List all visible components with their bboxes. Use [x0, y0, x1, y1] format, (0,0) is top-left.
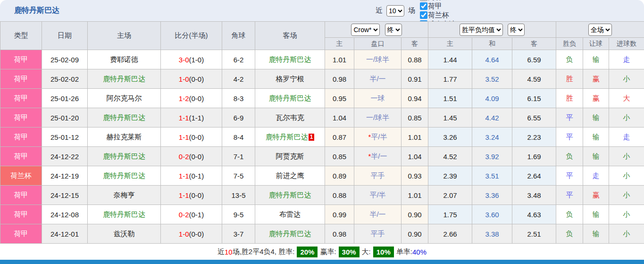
euro-odds-type-select[interactable]: 胜平负均值 — [460, 24, 503, 36]
date-cell: 25-01-26 — [42, 89, 88, 108]
away-team-name: 布雷达 — [279, 210, 301, 218]
league-filter-checkbox-2[interactable] — [420, 11, 427, 19]
recent-count-select[interactable]: 10 — [386, 5, 404, 17]
home-team-name: 费耶诺德 — [110, 55, 138, 63]
date-cell: 24-12-19 — [42, 166, 88, 186]
euro-draw-odds-cell: 3.38 — [472, 224, 512, 244]
subcol-asian-away: 客 — [401, 38, 428, 50]
handicap-result-text: 赢 — [593, 191, 600, 199]
handicap-result-text: 走 — [593, 171, 600, 179]
scope-select[interactable]: 全场 — [588, 24, 612, 36]
match-table: 类型 日期 主场 比分(半场) 角球 客场 Crow* 终 胜平负均值 — [0, 21, 644, 244]
asian-away-odds-cell: 0.85 — [401, 108, 428, 128]
goals-result-cell: 小 — [609, 147, 644, 166]
euro-home-odds-cell: 2.66 — [428, 224, 472, 244]
goals-result-cell: 小 — [609, 224, 644, 244]
odds-company-select[interactable]: Crow* — [351, 24, 380, 36]
euro-draw-odds-cell: 3.36 — [472, 186, 512, 205]
col-header-type: 类型 — [0, 22, 42, 50]
asian-home-odds-cell: 0.98 — [325, 69, 354, 89]
handicap-result-cell: 输 — [583, 147, 609, 166]
goals-result-text: 小 — [623, 113, 630, 121]
halftime-score: (0-0) — [189, 191, 204, 199]
league-cell: 荷甲 — [0, 147, 42, 166]
away-team-cell: 鹿特丹斯巴达 — [255, 186, 325, 205]
handicap-rate-label: 赢率: — [320, 247, 336, 256]
euro-home-odds-cell: 2.39 — [428, 166, 472, 186]
euro-home-odds-cell: 3.26 — [428, 128, 472, 147]
asian-away-odds-cell: 1.04 — [401, 147, 428, 166]
goals-result-cell: 小 — [609, 205, 644, 224]
euro-away-odds-cell: 6.59 — [512, 50, 556, 69]
corners-cell: 6-2 — [222, 50, 255, 69]
handicap-cell: 半/一 — [354, 69, 401, 89]
euro-draw-odds: 3.36 — [485, 191, 499, 199]
summary-bar: 近10场,胜2平4负4, 胜率: 20% 赢率: 30% 大: 10% 单率:4… — [0, 244, 644, 260]
asian-away-odds-cell: 0.94 — [401, 89, 428, 108]
asian-home-odds-cell: 0.85 — [325, 147, 354, 166]
subcol-outcome: 胜负 — [556, 38, 583, 50]
league-cell: 荷兰杯 — [0, 166, 42, 186]
away-team-cell: 布雷达 — [255, 205, 325, 224]
goals-result-text: 小 — [623, 171, 630, 179]
handicap-cell: 半/一 — [354, 205, 401, 224]
match-row: 荷兰杯24-12-19鹿特丹斯巴达1-1(0-1)7-5前进之鹰0.89平手0.… — [0, 166, 644, 186]
asian-away-odds-cell: 0.90 — [401, 224, 428, 244]
euro-draw-odds: 3.38 — [485, 230, 499, 238]
league-filter-checkbox-0[interactable] — [420, 0, 427, 1]
euro-away-odds-cell: 2.64 — [512, 166, 556, 186]
corners-cell: 4-2 — [222, 69, 255, 89]
euro-away-odds-cell: 6.15 — [512, 89, 556, 108]
euro-odds-time-select[interactable]: 终 — [508, 24, 525, 36]
away-team-cell: 阿贾克斯 — [255, 147, 325, 166]
handicap-text: 一/球半 — [366, 113, 389, 121]
handicap-text: 半/一 — [369, 210, 385, 218]
corners-cell: 7-1 — [222, 147, 255, 166]
big-rate-badge: 10% — [373, 247, 394, 257]
euro-draw-odds-cell: 3.52 — [472, 69, 512, 89]
date-cell: 25-02-09 — [42, 50, 88, 69]
date-cell: 24-12-22 — [42, 147, 88, 166]
euro-draw-odds-cell: 3.51 — [472, 166, 512, 186]
league-cell: 荷甲 — [0, 108, 42, 128]
handicap-cell: *平/半 — [354, 128, 401, 147]
corners-cell: 9-5 — [222, 205, 255, 224]
goals-result-text: 小 — [623, 210, 630, 218]
corners-cell: 7-5 — [222, 166, 255, 186]
halftime-score: (0-0) — [189, 75, 204, 83]
bottom-accent-bar — [0, 260, 644, 264]
handicap-cell: 一/球半 — [354, 108, 401, 128]
euro-draw-odds-cell: 4.09 — [472, 89, 512, 108]
euro-home-odds-cell: 2.07 — [428, 186, 472, 205]
home-team-cell: 鹿特丹斯巴达 — [88, 69, 161, 89]
goals-result-text: 大 — [623, 94, 630, 102]
fulltime-score: 1-1 — [179, 191, 189, 199]
league-filter-checkbox-1[interactable] — [420, 2, 427, 10]
outcome-text: 平 — [566, 171, 573, 179]
handicap-cell: 一/球半 — [354, 50, 401, 69]
handicap-result-text: 输 — [593, 133, 600, 141]
big-rate-label: 大: — [362, 247, 371, 256]
euro-away-odds-cell: 2.23 — [512, 128, 556, 147]
handicap-text: 平手 — [371, 171, 385, 179]
goals-result-cell: 走 — [609, 128, 644, 147]
subcol-handicap-result: 让球 — [583, 38, 609, 50]
asian-odds-time-select[interactable]: 终 — [385, 24, 402, 36]
euro-away-odds-cell: 3.48 — [512, 186, 556, 205]
match-row: 荷甲25-01-26阿尔克马尔1-2(0-0)8-3鹿特丹斯巴达0.95一球0.… — [0, 89, 644, 108]
handicap-cell: *半/一 — [354, 147, 401, 166]
handicap-result-text: 赢 — [593, 75, 600, 83]
euro-draw-odds: 3.24 — [485, 133, 499, 141]
corners-cell: 8-3 — [222, 89, 255, 108]
outcome-cell: 平 — [556, 166, 583, 186]
summary-middle: 场,胜2平4负4, 胜率: — [233, 247, 295, 256]
home-team-name: 兹沃勒 — [114, 230, 135, 238]
goals-result-cell: 小 — [609, 166, 644, 186]
asian-home-odds-cell: 1.04 — [325, 108, 354, 128]
asian-away-odds-cell: 1.01 — [401, 186, 428, 205]
away-team-name: 鹿特丹斯巴达 — [269, 230, 311, 238]
top-bar: 鹿特丹斯巴达 近 10 场 同客荷甲荷兰杯球会友谊 — [0, 0, 644, 21]
subcol-goals: 进球数 — [609, 38, 644, 50]
fulltime-score: 1-1 — [179, 172, 189, 180]
handicap-cell: 平手 — [354, 224, 401, 244]
